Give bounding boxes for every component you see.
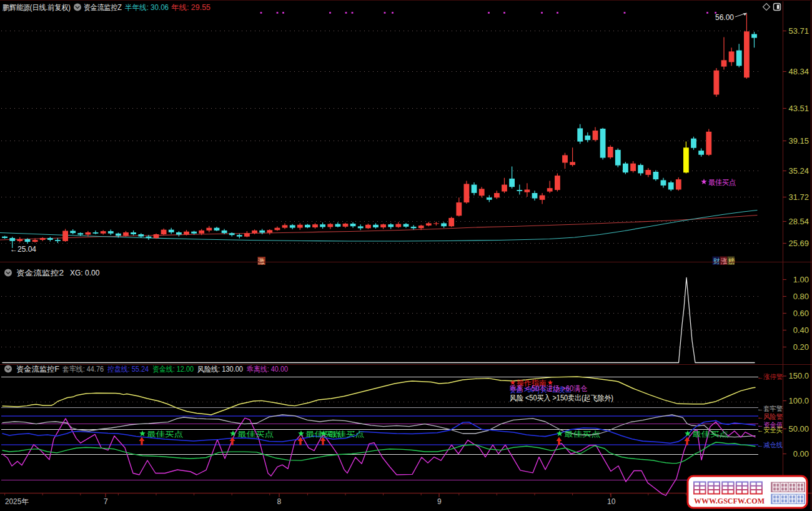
svg-text:鹏辉能源(日线.前复权): 鹏辉能源(日线.前复权) [2,3,71,12]
svg-text:0.00: 0.00 [793,449,809,459]
svg-text:榜: 榜 [728,257,735,265]
svg-text:8: 8 [277,497,282,506]
svg-text:乖离线: 40.00: 乖离线: 40.00 [247,365,288,374]
svg-text:最佳买点: 最佳买点 [237,430,274,439]
svg-text:最佳买点: 最佳买点 [328,430,364,439]
svg-text:风险线: 130.00: 风险线: 130.00 [197,365,243,374]
svg-text:资金流监控Z: 资金流监控Z [84,3,122,12]
svg-text:9: 9 [437,497,442,506]
svg-text:43.51: 43.51 [788,104,809,113]
svg-text:39.15: 39.15 [788,136,809,146]
svg-text:控盘线: 55.24: 控盘线: 55.24 [107,365,149,374]
svg-text:25.69: 25.69 [788,239,809,248]
svg-text:0.20: 0.20 [793,342,809,352]
svg-text:48.34: 48.34 [788,67,809,76]
svg-text:0.80: 0.80 [793,292,809,301]
svg-text:←套牢警: ←套牢警 [757,405,783,412]
svg-text:年线: 29.55: 年线: 29.55 [171,3,210,12]
svg-text:←安全买: ←安全买 [757,426,783,434]
svg-text:28.54: 28.54 [788,217,809,226]
svg-text:←减仓线: ←减仓线 [757,441,783,449]
svg-text:7: 7 [104,497,108,506]
svg-text:0.60: 0.60 [793,309,809,318]
svg-text:←风险警: ←风险警 [757,413,783,420]
svg-text:31.72: 31.72 [788,192,809,202]
svg-text:1.00: 1.00 [793,275,809,284]
svg-text:财: 财 [713,257,720,265]
svg-text:100.0: 100.0 [788,396,809,405]
svg-text:激: 激 [258,257,265,265]
svg-text:XG: 0.00: XG: 0.00 [70,269,100,277]
svg-text:风险 <50买入 >150卖出(起飞除外): 风险 <50买入 >150卖出(起飞除外) [510,394,613,402]
svg-text:最佳买点: 最佳买点 [147,430,183,439]
svg-text:资金线: 12.00: 资金线: 12.00 [152,365,194,374]
svg-text:←涨停警: ←涨停警 [757,373,783,380]
svg-text:56.00: 56.00 [715,13,734,22]
svg-text:35.24: 35.24 [788,166,809,176]
svg-text:最佳买点: 最佳买点 [564,430,600,439]
svg-text:←25.04: ←25.04 [10,245,36,254]
svg-text:最佳买点: 最佳买点 [692,430,728,439]
svg-text:最佳买点: 最佳买点 [708,178,736,187]
svg-text:乖离 <-50不进场 >60满仓: 乖离 <-50不进场 >60满仓 [510,384,587,393]
svg-text:150.0: 150.0 [788,371,809,380]
svg-text:涨: 涨 [721,257,728,265]
svg-text:半年线: 30.06: 半年线: 30.06 [125,3,169,12]
svg-text:2025年: 2025年 [5,497,29,506]
svg-text:资金流监控2: 资金流监控2 [16,269,64,277]
svg-text:0.40: 0.40 [793,325,809,335]
svg-text:50.00: 50.00 [788,424,809,434]
svg-text:10: 10 [607,497,616,506]
svg-text:WWW.GSCFW.COM: WWW.GSCFW.COM [694,496,765,505]
svg-text:资金流监控F: 资金流监控F [16,365,59,374]
svg-text:53.71: 53.71 [788,26,809,36]
svg-text:套牢线: 44.76: 套牢线: 44.76 [62,365,104,374]
